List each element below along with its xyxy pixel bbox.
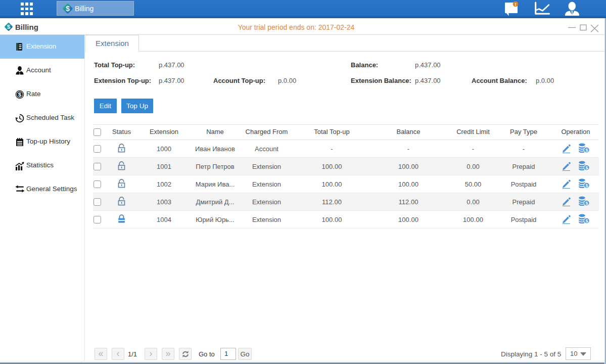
svg-text:!: ! [515,2,516,7]
svg-text:$: $ [585,218,588,223]
svg-text:$: $ [585,183,588,188]
svg-text:$: $ [585,165,588,170]
svg-text:$: $ [585,200,588,206]
svg-text:$: $ [18,92,22,98]
svg-text:$: $ [66,5,70,13]
svg-text:$: $ [585,147,588,153]
